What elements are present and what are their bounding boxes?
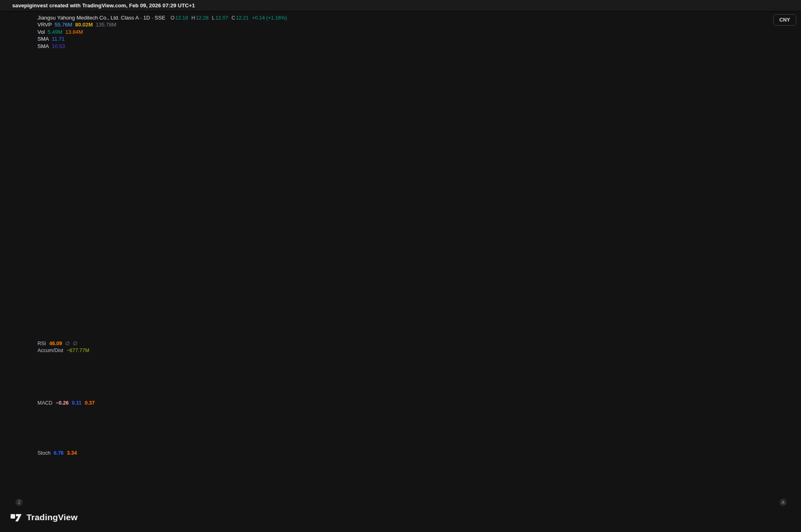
close-value: 12.21 (236, 15, 248, 21)
vrvp-value-1: 55.76M (55, 22, 72, 28)
vrvp-legend-row[interactable]: VRVP 55.76M 80.02M 135.78M (37, 22, 116, 28)
volume-legend-row[interactable]: Vol 5.49M 13.84M (37, 29, 83, 35)
symbol-legend-row[interactable]: Jiangsu Yahong Meditech Co., Ltd. Class … (37, 15, 287, 21)
close-label: C (231, 15, 235, 21)
change-value: +0.14 (+1.16%) (252, 15, 287, 21)
sma2-legend-row[interactable]: SMA 10.53 (37, 43, 65, 49)
vrvp-value-3: 135.78M (96, 22, 116, 28)
attribution-text: savepiginvest created with TradingView.c… (12, 2, 195, 9)
attribution-bar: savepiginvest created with TradingView.c… (0, 0, 801, 11)
volume-value-2: 13.84M (65, 29, 83, 35)
tradingview-logo-text: TradingView (26, 512, 78, 522)
symbol-title: Jiangsu Yahong Meditech Co., Ltd. Class … (37, 15, 165, 21)
sma1-legend-row[interactable]: SMA 11.71 (37, 36, 65, 42)
volume-label: Vol (37, 29, 45, 35)
vrvp-value-2: 80.02M (75, 22, 93, 28)
chart-canvas[interactable] (0, 0, 801, 532)
high-label: H (191, 15, 195, 21)
vrvp-label: VRVP (37, 22, 52, 28)
volume-value-1: 5.49M (48, 29, 62, 35)
low-label: L (212, 15, 215, 21)
open-value: 12.18 (176, 15, 188, 21)
chart-window: savepiginvest created with TradingView.c… (0, 0, 801, 532)
sma2-value: 10.53 (52, 43, 65, 49)
sma1-value: 11.71 (52, 36, 65, 42)
ohlc-values: O 12.18 H 12.28 L 12.07 C 12.21 +0.14 (+… (168, 15, 287, 21)
sma2-label: SMA (37, 43, 49, 49)
tradingview-logo[interactable]: TradingView (11, 512, 78, 523)
high-value: 12.28 (196, 15, 208, 21)
low-value: 12.07 (215, 15, 228, 21)
open-label: O (171, 15, 175, 21)
tradingview-logo-icon (11, 512, 23, 523)
sma1-label: SMA (37, 36, 49, 42)
